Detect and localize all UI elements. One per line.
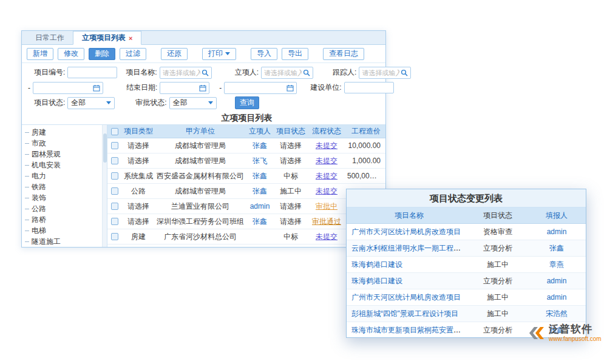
tree-item-decoration[interactable]: 装饰 (22, 192, 107, 203)
view-log-button[interactable]: 查看日志 (323, 48, 364, 60)
status-row[interactable]: 珠海鹤港口建设 施工中 章燕 (347, 257, 586, 273)
table-row[interactable]: 请选择 成都城市管理局 张飞 请选择 未提交 1,000.00 (107, 153, 385, 169)
edit-button[interactable]: 修改 (58, 48, 84, 60)
row-checkbox[interactable] (111, 157, 118, 164)
row-checkbox[interactable] (111, 233, 118, 240)
project-name-combo[interactable] (160, 67, 212, 79)
export-button[interactable]: 导出 (282, 48, 308, 60)
calendar-icon[interactable] (287, 84, 294, 92)
select-all-checkbox[interactable] (111, 128, 118, 135)
project-name-link[interactable]: 广州市天河区统计局机房改造项目 (351, 293, 461, 302)
row-checkbox[interactable] (111, 218, 118, 225)
flow-status-link[interactable]: 审批通过 (312, 217, 341, 226)
search-icon[interactable] (303, 69, 310, 76)
tree-item-me-install[interactable]: 机电安装 (22, 160, 107, 170)
project-name-link[interactable]: 珠海鹤港口建设 (351, 260, 402, 269)
tracker-combo[interactable] (359, 67, 411, 79)
approval-status-select[interactable]: 全部 (169, 97, 217, 109)
flow-status-link[interactable]: 未提交 (316, 141, 337, 150)
table-row[interactable]: 系统集成 西安盛器金属材料有限公司 张鑫 中标 未提交 500,000.00 (107, 169, 385, 184)
close-icon[interactable]: × (129, 35, 132, 42)
initiator-combo[interactable] (261, 67, 313, 79)
chevron-down-icon (208, 101, 213, 104)
initiator-link[interactable]: 张鑫 (253, 217, 267, 226)
tree-item-municipal[interactable]: 市政 (22, 138, 107, 149)
cell-unit: 深圳华强工程劳务公司班组 (155, 217, 246, 227)
reporter-link[interactable]: admin (547, 293, 567, 302)
reporter-link[interactable]: 宋浩然 (546, 309, 568, 318)
add-button[interactable]: 新增 (27, 48, 53, 60)
project-name-link[interactable]: 广州市天河区统计局机房改造项目 (351, 228, 461, 236)
row-checkbox[interactable] (111, 172, 118, 180)
row-checkbox[interactable] (111, 142, 118, 149)
flow-status-link[interactable]: 审批中 (316, 202, 337, 211)
status-row[interactable]: 彭祖新城“四馆”景观工程设计项目 施工中 宋浩然 (347, 306, 586, 322)
project-no-label: 项目编号: (34, 67, 65, 78)
tree-item-elevator[interactable]: 电梯 (22, 225, 107, 236)
reporter-link[interactable]: 张鑫 (549, 244, 564, 252)
calendar-icon[interactable] (93, 84, 100, 92)
query-button[interactable]: 查询 (235, 96, 259, 109)
initiator-label: 立项人: (235, 67, 259, 78)
status-row[interactable]: 广州市天河区统计局机房改造项目 施工中 admin (347, 289, 586, 306)
tree-item-landscape[interactable]: 园林景观 (22, 149, 107, 160)
tracker-input[interactable] (362, 69, 399, 76)
flow-status-link[interactable]: 未提交 (316, 172, 337, 180)
calendar-icon[interactable] (199, 84, 206, 92)
tree-item-railway[interactable]: 铁路 (22, 181, 107, 192)
table-row[interactable]: 请选择 成都城市管理局 张鑫 请选择 未提交 10,000.00 (107, 138, 385, 153)
reporter-link[interactable]: admin (547, 228, 567, 236)
scrollbar-thumb[interactable] (103, 133, 107, 163)
table-row[interactable]: 房建 广东省河沙材料总公司 中标 未提交 (107, 229, 385, 244)
row-checkbox[interactable] (111, 187, 118, 195)
status-row[interactable]: 云南水利枢纽潜明水库一期工程施工标 立项分析 张鑫 (347, 240, 586, 257)
project-name-link[interactable]: 珠海市城市更新项目紫桐苑安置点设计项目 (351, 326, 467, 334)
import-button[interactable]: 导入 (251, 48, 277, 60)
print-button[interactable]: 打印 (202, 48, 236, 60)
project-name-input[interactable] (163, 69, 200, 76)
tree-item-tunnel[interactable]: 隧道施工 (22, 236, 107, 247)
initiator-input[interactable] (264, 69, 302, 76)
table-row[interactable]: 请选择 兰迪置业有限公司 admin 请选择 审批中 (107, 199, 385, 214)
logo-text: 泛普软件 www.fanpusoft.com (549, 323, 602, 342)
tab-daily-work[interactable]: 日常工作 (27, 31, 73, 44)
start-date-picker[interactable] (33, 82, 103, 94)
project-name-link[interactable]: 云南水利枢纽潜明水库一期工程施工标 (351, 244, 467, 252)
reporter-link[interactable]: 章燕 (549, 260, 564, 269)
status-row[interactable]: 珠海鹤港口建设 立项分析 admin (347, 273, 586, 289)
table-row[interactable]: 请选择 深圳华强工程劳务公司班组 张鑫 请选择 审批通过 (107, 214, 385, 229)
filter-button[interactable]: 过滤 (120, 48, 146, 60)
row-checkbox[interactable] (111, 203, 118, 210)
project-no-input[interactable] (67, 67, 117, 78)
search-icon[interactable] (401, 69, 408, 76)
project-name-link[interactable]: 珠海鹤港口建设 (351, 277, 402, 285)
table-row[interactable]: 公路 成都城市管理局 张鑫 施工中 未提交 (107, 184, 385, 199)
tab-project-list[interactable]: 立项项目列表 × (73, 31, 141, 45)
delete-button[interactable]: 删除 (89, 48, 115, 60)
tree-item-highway[interactable]: 公路 (22, 203, 107, 214)
initiator-link[interactable]: 张鑫 (253, 141, 267, 150)
flow-status-link[interactable]: 未提交 (316, 187, 337, 195)
search-icon[interactable] (202, 69, 209, 76)
range-date-input[interactable] (227, 84, 285, 92)
flow-status-link[interactable]: 未提交 (316, 157, 337, 165)
flow-status-link[interactable]: 未提交 (316, 232, 337, 241)
status-row[interactable]: 广州市天河区统计局机房改造项目 资格审查 admin (347, 224, 586, 240)
initiator-link[interactable]: 张鑫 (253, 172, 267, 180)
initiator-link[interactable]: 张飞 (253, 157, 267, 165)
reporter-link[interactable]: admin (547, 277, 567, 285)
tree-item-housing[interactable]: 房建 (22, 127, 107, 138)
build-unit-input[interactable] (344, 82, 394, 93)
end-date-input[interactable] (163, 84, 198, 92)
project-status-select[interactable]: 全部 (67, 97, 115, 109)
end-date-picker[interactable] (160, 82, 209, 94)
tree-item-road-bridge[interactable]: 路桥 (22, 214, 107, 225)
tree-item-power[interactable]: 电力 (22, 170, 107, 181)
project-name-link[interactable]: 彭祖新城“四馆”景观工程设计项目 (351, 309, 458, 318)
restore-button[interactable]: 还原 (161, 48, 188, 60)
initiator-link[interactable]: 张鑫 (253, 187, 267, 195)
range-date-picker[interactable] (224, 82, 297, 94)
initiator-link[interactable]: admin (250, 202, 270, 211)
tree-scrollbar[interactable] (102, 125, 107, 247)
start-date-input[interactable] (36, 84, 92, 92)
